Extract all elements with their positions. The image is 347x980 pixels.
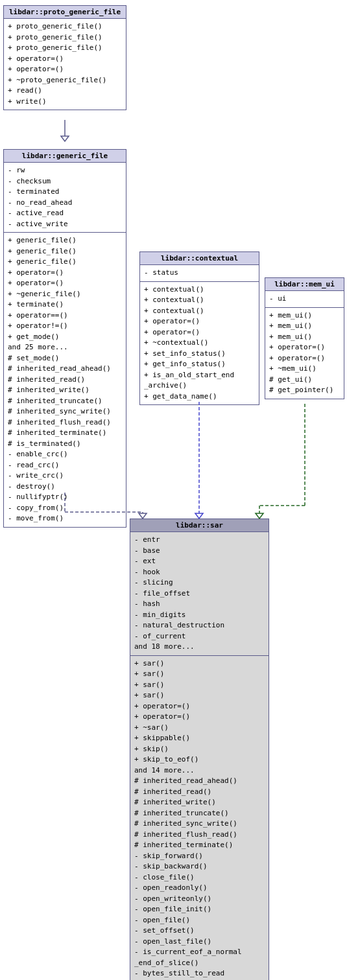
method-line: - open_readonly() xyxy=(134,883,265,894)
contextual-box: libdar::contextual - status + contextual… xyxy=(139,251,259,405)
method-line: # inherited_read_ahead() xyxy=(8,364,122,375)
method-line: - skip_forward() xyxy=(134,851,265,862)
field-line: - terminated xyxy=(8,187,122,198)
method-line: + proto_generic_file() xyxy=(8,21,122,32)
method-line: + terminate() xyxy=(8,299,122,310)
field-line: - rw xyxy=(8,165,122,176)
method-line: - nullifyptr() xyxy=(8,492,122,503)
method-line: + operator=() xyxy=(269,353,340,364)
mem-ui-fields: - ui xyxy=(265,291,344,308)
field-line: - base xyxy=(134,546,265,557)
sar-title: libdar::sar xyxy=(130,519,269,532)
method-line: + contextual() xyxy=(144,295,255,306)
method-line: and 14 more... xyxy=(134,765,265,776)
generic-file-fields: - rw - checksum - terminated - no_read_a… xyxy=(4,163,126,233)
method-line: + contextual() xyxy=(144,306,255,317)
method-line: # inherited_read() xyxy=(134,787,265,798)
field-line: - slicing xyxy=(134,578,265,589)
mem-ui-methods: + mem_ui() + mem_ui() + mem_ui() + opera… xyxy=(265,308,344,399)
method-line: - destroy() xyxy=(8,482,122,493)
method-line: - open_last_file() xyxy=(134,937,265,948)
method-line: # inherited_write() xyxy=(134,797,265,808)
field-line: - active_read xyxy=(8,208,122,219)
method-line: - skip_backward() xyxy=(134,861,265,872)
method-line: + operator=() xyxy=(8,268,122,279)
method-line: + operator=() xyxy=(134,701,265,712)
method-line: + skip() xyxy=(134,744,265,755)
mem-ui-box: libdar::mem_ui - ui + mem_ui() + mem_ui(… xyxy=(265,277,344,399)
contextual-methods: + contextual() + contextual() + contextu… xyxy=(140,282,259,405)
method-line: - is_current_eof_a_normal xyxy=(134,947,265,958)
method-line: + skippable() xyxy=(134,733,265,744)
method-line: + operator=() xyxy=(134,712,265,723)
method-line: - read_crc() xyxy=(8,460,122,471)
method-line: + read() xyxy=(8,86,122,97)
method-line: + skip_to_eof() xyxy=(134,754,265,765)
method-line: - bytes_still_to_read xyxy=(134,968,265,979)
generic-file-methods: + generic_file() + generic_file() + gene… xyxy=(4,233,126,527)
generic-file-box: libdar::generic_file - rw - checksum - t… xyxy=(3,149,126,528)
method-line: # inherited_terminate() xyxy=(134,840,265,851)
method-line: - open_writeonly() xyxy=(134,894,265,905)
method-line: + ~sar() xyxy=(134,723,265,734)
field-line: - checksum xyxy=(8,176,122,187)
method-line: + get_info_status() xyxy=(144,359,255,370)
method-line: + ~contextual() xyxy=(144,338,255,349)
method-line: + sar() xyxy=(134,659,265,670)
method-line: + operator=() xyxy=(144,327,255,338)
field-line: and 18 more... xyxy=(134,642,265,653)
method-line: # set_mode() xyxy=(8,353,122,364)
field-line: - of_current xyxy=(134,631,265,642)
method-line: + operator!=() xyxy=(8,321,122,332)
method-line: - move_from() xyxy=(8,513,122,524)
proto-generic-file-box: libdar::proto_generic_file + proto_gener… xyxy=(3,5,126,110)
method-line: + generic_file() xyxy=(8,246,122,257)
method-line: # inherited_truncate() xyxy=(134,808,265,819)
method-line: _archive() xyxy=(144,380,255,391)
method-line: + generic_file() xyxy=(8,235,122,246)
svg-marker-11 xyxy=(256,513,263,519)
method-line: + operator=() xyxy=(144,316,255,327)
method-line: + operator=() xyxy=(8,278,122,289)
method-line: - open_file_init() xyxy=(134,904,265,915)
method-line: # inherited_flush_read() xyxy=(8,417,122,428)
method-line: - set_offset() xyxy=(134,926,265,937)
contextual-title: libdar::contextual xyxy=(140,252,259,265)
mem-ui-title: libdar::mem_ui xyxy=(265,278,344,291)
method-line: + proto_generic_file() xyxy=(8,43,122,54)
svg-marker-5 xyxy=(139,513,147,519)
field-line: - entr xyxy=(134,535,265,546)
method-line: and 25 more... xyxy=(8,342,122,353)
method-line: + ~proto_generic_file() xyxy=(8,75,122,86)
method-line: - enable_crc() xyxy=(8,449,122,460)
field-line: - natural_destruction xyxy=(134,620,265,631)
method-line: - close_file() xyxy=(134,872,265,883)
svg-marker-7 xyxy=(195,513,203,519)
method-line: + operator=() xyxy=(8,64,122,75)
method-line: + operator=() xyxy=(269,342,340,353)
sar-fields: - entr - base - ext - hook - slicing - f… xyxy=(130,532,269,656)
method-line: + ~generic_file() xyxy=(8,289,122,300)
method-line: + sar() xyxy=(134,690,265,701)
method-line: + sar() xyxy=(134,669,265,680)
method-line: + sar() xyxy=(134,680,265,691)
proto-generic-file-methods: + proto_generic_file() + proto_generic_f… xyxy=(4,19,126,110)
method-line: + ~mem_ui() xyxy=(269,364,340,375)
method-line: # is_terminated() xyxy=(8,439,122,450)
field-line: - status xyxy=(144,268,255,279)
contextual-fields: - status xyxy=(140,265,259,282)
sar-box: libdar::sar - entr - base - ext - hook -… xyxy=(130,519,269,980)
method-line: - open_file() xyxy=(134,915,265,926)
method-line: # get_ui() xyxy=(269,375,340,386)
field-line: - min_digits xyxy=(134,610,265,621)
proto-generic-file-title: libdar::proto_generic_file xyxy=(4,6,126,19)
field-line: - ext xyxy=(134,556,265,567)
method-line: + contextual() xyxy=(144,285,255,296)
method-line: # inherited_read_ahead() xyxy=(134,776,265,787)
method-line: # inherited_flush_read() xyxy=(134,830,265,841)
method-line: + generic_file() xyxy=(8,257,122,268)
field-line: - ui xyxy=(269,294,340,305)
method-line: _end_of_slice() xyxy=(134,958,265,969)
field-line: - hook xyxy=(134,567,265,578)
method-line: # get_pointer() xyxy=(269,385,340,396)
